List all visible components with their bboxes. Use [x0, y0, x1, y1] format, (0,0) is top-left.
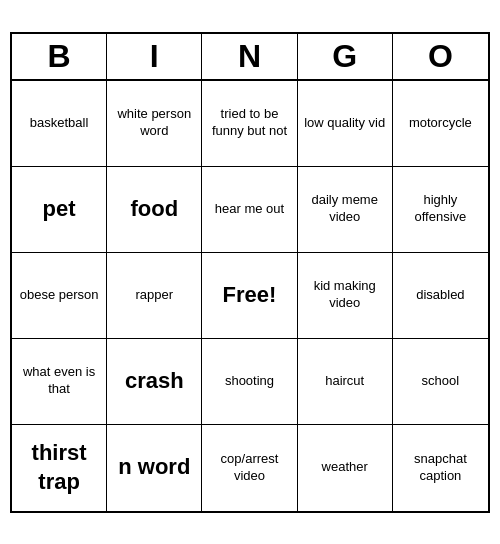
bingo-cell-15[interactable]: what even is that — [12, 339, 107, 425]
bingo-cell-21[interactable]: n word — [107, 425, 202, 511]
bingo-cell-19[interactable]: school — [393, 339, 488, 425]
bingo-cell-11[interactable]: rapper — [107, 253, 202, 339]
bingo-cell-10[interactable]: obese person — [12, 253, 107, 339]
header-letter: N — [202, 34, 297, 79]
bingo-cell-12[interactable]: Free! — [202, 253, 297, 339]
bingo-header: BINGO — [12, 34, 488, 81]
bingo-grid: basketballwhite person wordtried to be f… — [12, 81, 488, 511]
bingo-cell-18[interactable]: haircut — [298, 339, 393, 425]
bingo-card: BINGO basketballwhite person wordtried t… — [10, 32, 490, 513]
bingo-cell-6[interactable]: food — [107, 167, 202, 253]
bingo-cell-0[interactable]: basketball — [12, 81, 107, 167]
bingo-cell-8[interactable]: daily meme video — [298, 167, 393, 253]
bingo-cell-14[interactable]: disabled — [393, 253, 488, 339]
bingo-cell-4[interactable]: motorcycle — [393, 81, 488, 167]
bingo-cell-24[interactable]: snapchat caption — [393, 425, 488, 511]
bingo-cell-16[interactable]: crash — [107, 339, 202, 425]
bingo-cell-3[interactable]: low quality vid — [298, 81, 393, 167]
bingo-cell-13[interactable]: kid making video — [298, 253, 393, 339]
bingo-cell-17[interactable]: shooting — [202, 339, 297, 425]
bingo-cell-7[interactable]: hear me out — [202, 167, 297, 253]
bingo-cell-20[interactable]: thirst trap — [12, 425, 107, 511]
bingo-cell-5[interactable]: pet — [12, 167, 107, 253]
bingo-cell-22[interactable]: cop/arrest video — [202, 425, 297, 511]
bingo-cell-23[interactable]: weather — [298, 425, 393, 511]
bingo-cell-9[interactable]: highly offensive — [393, 167, 488, 253]
header-letter: G — [298, 34, 393, 79]
bingo-cell-2[interactable]: tried to be funny but not — [202, 81, 297, 167]
bingo-cell-1[interactable]: white person word — [107, 81, 202, 167]
header-letter: O — [393, 34, 488, 79]
header-letter: B — [12, 34, 107, 79]
header-letter: I — [107, 34, 202, 79]
